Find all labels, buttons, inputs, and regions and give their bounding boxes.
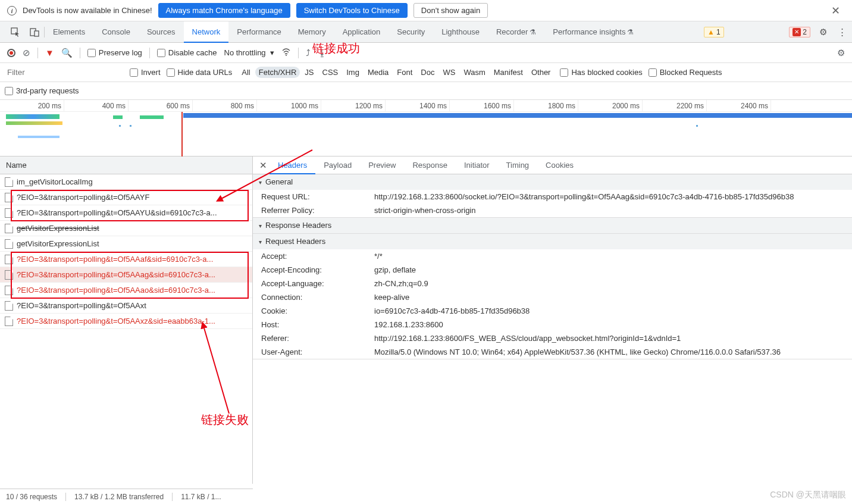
request-row[interactable]: ?EIO=3&transport=polling&t=Of5AAYF <box>0 190 252 205</box>
header-value: http://192.168.1.233:8600/FS_WEB_ASS/clo… <box>374 334 852 343</box>
hide-data-checkbox[interactable]: Hide data URLs <box>167 68 233 77</box>
tab-sources[interactable]: Sources <box>139 21 184 43</box>
switch-chinese-button[interactable]: Switch DevTools to Chinese <box>296 3 408 18</box>
header-key: Referer: <box>261 334 374 343</box>
preserve-log-checkbox[interactable]: Preserve log <box>87 48 142 57</box>
tab-console[interactable]: Console <box>93 21 139 43</box>
header-key: Request URL: <box>261 192 374 201</box>
request-row[interactable]: ?EIO=3&transport=polling&t=Of5AAag&sid=6… <box>0 267 252 283</box>
filter-type-font[interactable]: Font <box>393 67 416 78</box>
document-icon <box>5 317 13 326</box>
header-value: strict-origin-when-cross-origin <box>374 206 852 215</box>
document-icon <box>5 208 13 218</box>
header-key: Referrer Policy: <box>261 206 374 215</box>
upload-icon[interactable]: ⤴ <box>306 48 311 58</box>
name-column-header[interactable]: Name <box>0 156 252 174</box>
header-key: Host: <box>261 320 374 329</box>
document-icon <box>5 301 13 311</box>
settings-icon[interactable]: ⚙ <box>817 27 830 37</box>
filter-type-all[interactable]: All <box>238 67 253 78</box>
header-value: http://192.168.1.233:8600/socket.io/?EIO… <box>374 192 852 201</box>
tab-memory[interactable]: Memory <box>290 21 334 43</box>
filter-type-img[interactable]: Img <box>343 67 363 78</box>
header-value: Mozilla/5.0 (Windows NT 10.0; Win64; x64… <box>374 348 852 356</box>
clear-icon[interactable]: ⊘ <box>23 48 30 58</box>
header-key: User-Agent: <box>261 348 374 356</box>
filter-icon[interactable]: ▼ <box>45 48 54 58</box>
filter-type-other[interactable]: Other <box>528 67 555 78</box>
request-list-panel: Name im_getVisitorLocalImg?EIO=3&transpo… <box>0 156 253 484</box>
filter-type-wasm[interactable]: Wasm <box>460 67 488 78</box>
filter-type-manifest[interactable]: Manifest <box>490 67 527 78</box>
filter-type-ws[interactable]: WS <box>439 67 459 78</box>
header-key: Accept-Encoding: <box>261 265 374 274</box>
document-icon <box>5 286 13 295</box>
info-icon: i <box>7 6 17 15</box>
tab-performance-insights[interactable]: Performance insights <box>544 21 642 43</box>
filter-bar-2: 3rd-party requests <box>0 82 852 100</box>
tab-application[interactable]: Application <box>334 21 389 43</box>
close-detail-icon[interactable]: ✕ <box>256 160 270 171</box>
detail-tab-payload[interactable]: Payload <box>315 156 360 174</box>
request-row[interactable]: getVisitorExpressionList <box>0 221 252 236</box>
inspect-icon[interactable] <box>9 27 22 37</box>
tab-recorder[interactable]: Recorder <box>488 21 544 43</box>
header-value: io=6910c7c3-a4db-4716-bb85-17fd35d96b38 <box>374 306 852 315</box>
request-row[interactable]: ?EIO=3&transport=polling&t=Of5AAxz&sid=e… <box>0 314 252 329</box>
network-toolbar: ⊘ ▼ 🔍 Preserve log Disable cache No thro… <box>0 43 852 63</box>
request-row[interactable]: ?EIO=3&transport=polling&t=Of5AAao&sid=6… <box>0 283 252 298</box>
filter-type-js[interactable]: JS <box>301 67 317 78</box>
header-value: 192.168.1.233:8600 <box>374 320 852 329</box>
request-row[interactable]: im_getVisitorLocalImg <box>0 174 252 190</box>
blocked-requests-checkbox[interactable]: Blocked Requests <box>649 68 722 77</box>
record-icon[interactable] <box>7 49 15 57</box>
response-headers-section-header[interactable]: Response Headers <box>253 218 852 233</box>
header-value: zh-CN,zh;q=0.9 <box>374 279 852 288</box>
filter-type-doc[interactable]: Doc <box>417 67 438 78</box>
language-banner: i DevTools is now available in Chinese! … <box>0 0 852 21</box>
tab-lighthouse[interactable]: Lighthouse <box>433 21 488 43</box>
more-icon[interactable]: ⋮ <box>836 27 849 37</box>
request-row[interactable]: ?EIO=3&transport=polling&t=Of5AAxt <box>0 298 252 314</box>
search-icon[interactable]: 🔍 <box>61 48 73 58</box>
svg-rect-2 <box>35 31 39 36</box>
detail-tab-response[interactable]: Response <box>404 156 456 174</box>
settings-gear-icon[interactable]: ⚙ <box>837 48 845 58</box>
tab-security[interactable]: Security <box>389 21 433 43</box>
filter-type-media[interactable]: Media <box>364 67 392 78</box>
document-icon <box>5 177 13 187</box>
filter-input[interactable] <box>5 65 124 80</box>
detail-tab-cookies[interactable]: Cookies <box>537 156 582 174</box>
header-value: */* <box>374 252 852 261</box>
request-row[interactable]: getVisitorExpressionList <box>0 236 252 252</box>
detail-tab-headers[interactable]: Headers <box>270 156 315 174</box>
request-headers-section-header[interactable]: Request Headers <box>253 234 852 249</box>
tab-performance[interactable]: Performance <box>228 21 289 43</box>
request-row[interactable]: ?EIO=3&transport=polling&t=Of5AAYU&sid=6… <box>0 205 252 221</box>
device-icon[interactable] <box>28 27 41 37</box>
detail-tab-timing[interactable]: Timing <box>498 156 538 174</box>
header-value: keep-alive <box>374 293 852 302</box>
blocked-cookies-checkbox[interactable]: Has blocked cookies <box>560 68 642 77</box>
third-party-checkbox[interactable]: 3rd-party requests <box>5 86 79 95</box>
warnings-badge[interactable]: ▲1 <box>704 27 724 37</box>
banner-text: DevTools is now available in Chinese! <box>23 6 152 15</box>
detail-tab-preview[interactable]: Preview <box>360 156 404 174</box>
filter-type-css[interactable]: CSS <box>319 67 342 78</box>
errors-badge[interactable]: ✕2 <box>789 27 810 37</box>
dont-show-button[interactable]: Don't show again <box>414 3 488 18</box>
wifi-icon[interactable] <box>281 47 291 58</box>
close-icon[interactable]: ✕ <box>831 4 840 17</box>
tab-network[interactable]: Network <box>184 21 229 43</box>
match-language-button[interactable]: Always match Chrome's language <box>158 3 290 18</box>
timeline[interactable]: 200 ms400 ms600 ms800 ms1000 ms1200 ms14… <box>0 100 852 156</box>
request-row[interactable]: ?EIO=3&transport=polling&t=Of5AAaf&sid=6… <box>0 252 252 267</box>
invert-checkbox[interactable]: Invert <box>130 68 161 77</box>
filter-type-fetch-xhr[interactable]: Fetch/XHR <box>255 67 300 78</box>
tab-elements[interactable]: Elements <box>45 21 93 43</box>
throttling-select[interactable]: No throttling ▾ <box>224 48 274 57</box>
detail-tab-initiator[interactable]: Initiator <box>456 156 498 174</box>
document-icon <box>5 270 13 280</box>
disable-cache-checkbox[interactable]: Disable cache <box>157 48 217 57</box>
general-section-header[interactable]: General <box>253 174 852 190</box>
